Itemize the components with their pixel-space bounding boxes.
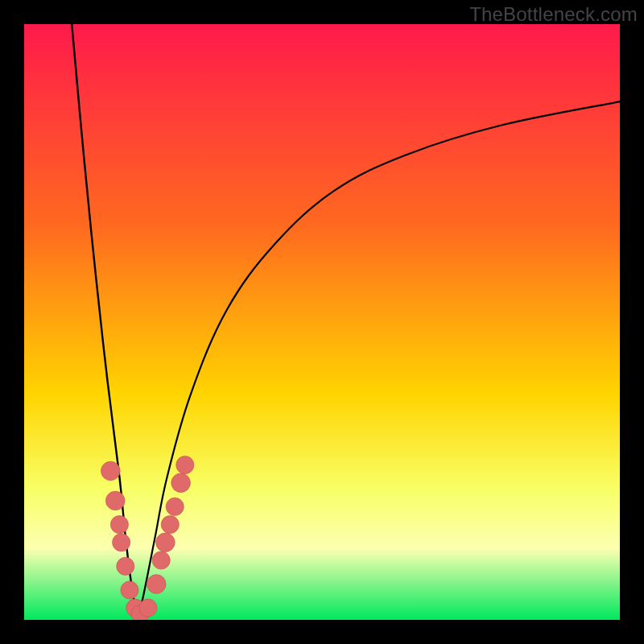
data-marker	[176, 456, 194, 474]
data-marker	[147, 575, 166, 594]
chart-frame: TheBottleneck.com	[0, 0, 644, 644]
watermark-text: TheBottleneck.com	[469, 3, 638, 26]
data-marker	[113, 534, 130, 551]
data-marker	[105, 491, 125, 510]
bottleneck-chart	[24, 24, 620, 620]
plot-area	[24, 24, 620, 620]
data-marker	[152, 551, 170, 569]
data-marker	[156, 533, 175, 552]
data-marker	[139, 599, 157, 617]
data-marker	[117, 557, 134, 575]
data-marker	[101, 461, 120, 481]
data-marker	[166, 497, 184, 515]
data-marker	[110, 516, 128, 534]
data-marker	[161, 516, 179, 534]
data-marker	[171, 473, 191, 493]
data-marker	[121, 581, 138, 599]
